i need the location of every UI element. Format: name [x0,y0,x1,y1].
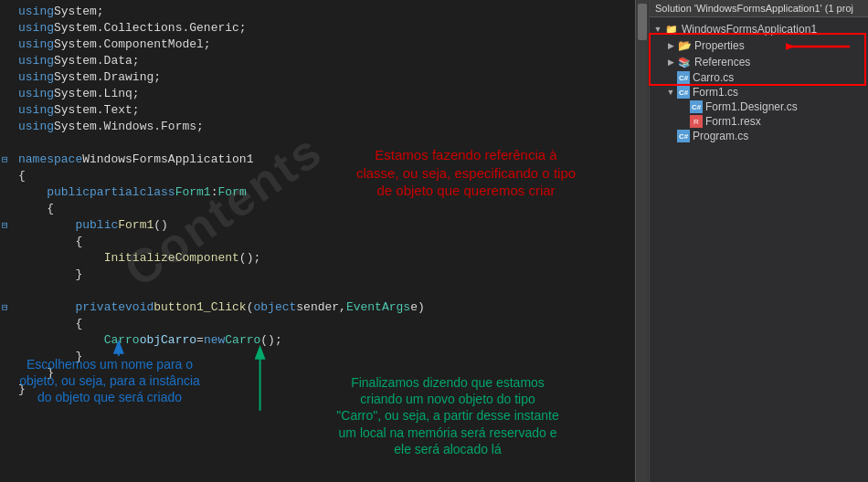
form1-resx-label: Form1.resx [705,115,761,128]
vertical-scrollbar[interactable] [635,0,648,482]
code-line-19: ⊟ private void button1_Click(object send… [0,299,648,316]
form1-cs-icon: C# [677,86,690,99]
properties-label: Properties [694,39,745,52]
code-panel: using System; using System.Collections.G… [0,0,649,482]
project-label: WindowsFormsApplication1 [682,23,817,36]
properties-node[interactable]: ▶ 📂 Properties [650,37,868,54]
form1-designer-icon: C# [690,100,703,113]
code-line-5: using System.Drawing; [0,69,648,86]
project-icon: 📁 [664,22,679,37]
code-line-15: { [0,234,648,250]
program-cs-icon: C# [677,130,690,142]
form1-resx-node[interactable]: ▶ R Form1.resx [650,114,868,129]
code-line-14: ⊟ public Form1() [0,217,648,234]
code-line-4: using System.Data; [0,53,648,69]
scrollbar-thumb[interactable] [638,4,647,40]
green-annotation: Finalizamos dizendo que estamos criando … [292,374,603,457]
code-line-16: InitializeComponent(); [0,250,648,267]
properties-folder-icon: 📂 [677,38,692,53]
carro-cs-node[interactable]: ▶ C# Carro.cs [650,70,868,85]
solution-explorer-title: Solution 'WindowsFormsApplication1' (1 p… [655,3,853,14]
code-line-3: using System.ComponentModel; [0,37,648,53]
code-line-7: using System.Text; [0,102,648,119]
program-cs-node[interactable]: ▶ C# Program.cs [650,129,868,143]
code-line-13: { [0,201,648,217]
red-annotation: Estamos fazendo referência à classe, ou … [320,146,612,200]
expand-arrow-project: ▼ [653,25,662,34]
references-node[interactable]: ▶ 📚 References [650,54,868,70]
code-line-20: { [0,316,648,332]
code-editor[interactable]: using System; using System.Collections.G… [0,0,648,402]
expand-arrow-properties: ▶ [666,41,675,50]
form1-cs-label: Form1.cs [693,86,738,99]
code-line-21: Carro objCarro = new Carro(); [0,332,648,349]
project-node[interactable]: ▼ 📁 WindowsFormsApplication1 [650,21,868,37]
carro-cs-icon: C# [677,71,690,84]
form1-designer-node[interactable]: ▶ C# Form1.Designer.cs [650,100,868,114]
code-line-8: using System.Windows.Forms; [0,119,648,135]
form1-designer-label: Form1.Designer.cs [705,100,798,113]
code-line-2: using System.Collections.Generic; [0,20,648,37]
expand-arrow-form1: ▼ [666,88,675,97]
carro-cs-label: Carro.cs [693,71,734,84]
code-line-6: using System.Linq; [0,86,648,102]
solution-tree: ▼ 📁 WindowsFormsApplication1 ▶ 📂 Propert… [650,17,868,482]
references-label: References [694,56,750,68]
solution-explorer-header: Solution 'WindowsFormsApplication1' (1 p… [650,0,868,17]
code-line-17: } [0,267,648,283]
resx-icon: R [690,115,703,128]
solution-explorer-panel: Solution 'WindowsFormsApplication1' (1 p… [649,0,868,482]
expand-arrow-references: ▶ [666,58,675,67]
form1-cs-node[interactable]: ▼ C# Form1.cs [650,85,868,100]
code-line-18 [0,283,648,299]
program-cs-label: Program.cs [693,130,748,142]
blue-annotation: Escolhemos um nome para o objeto, ou sej… [18,356,201,406]
code-line-1: using System; [0,4,648,20]
references-icon: 📚 [677,55,692,69]
